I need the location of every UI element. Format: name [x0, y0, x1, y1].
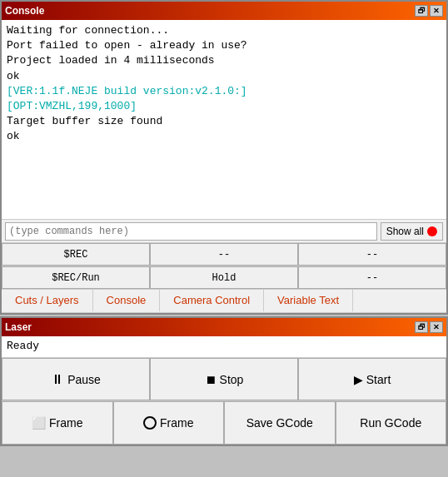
save-gcode-button[interactable]: Save GCode	[224, 401, 336, 445]
rec-run-button-row: $REC/Run Hold --	[2, 266, 446, 290]
rec-dash1-button[interactable]: --	[150, 243, 298, 266]
console-title: Console	[5, 5, 44, 17]
frame1-icon	[32, 416, 46, 430]
laser-secondary-button-row: Frame Frame Save GCode Run GCode	[2, 401, 446, 445]
run-gcode-button[interactable]: Run GCode	[336, 401, 447, 445]
pause-button[interactable]: Pause	[2, 358, 150, 400]
console-line-8: ok	[7, 129, 441, 144]
command-input-row: Show all	[2, 220, 446, 243]
laser-title-controls: 🗗 ✕	[415, 321, 443, 333]
rec-dash2-button[interactable]: --	[298, 243, 446, 266]
console-line-1: Waiting for connection...	[7, 23, 441, 38]
console-line-2: Port failed to open - already in use?	[7, 38, 441, 53]
laser-close-button[interactable]: ✕	[430, 321, 443, 333]
stop-icon	[205, 373, 217, 386]
console-line-6: [OPT:VMZHL,199,1000]	[7, 99, 441, 114]
frame2-button[interactable]: Frame	[113, 401, 225, 445]
console-line-4: ok	[7, 69, 441, 84]
command-input[interactable]	[5, 222, 377, 241]
laser-title: Laser	[5, 321, 32, 333]
rec-button-row: $REC -- --	[2, 243, 446, 266]
laser-title-bar: Laser 🗗 ✕	[2, 318, 446, 336]
laser-main-button-row: Pause Stop Start	[2, 358, 446, 401]
frame1-button[interactable]: Frame	[2, 401, 113, 445]
start-button[interactable]: Start	[298, 358, 446, 400]
console-minimize-button[interactable]: 🗗	[415, 5, 428, 17]
stop-button[interactable]: Stop	[150, 358, 298, 400]
console-line-3: Project loaded in 4 milliseconds	[7, 53, 441, 68]
tab-variable-text[interactable]: Variable Text	[264, 290, 353, 312]
hold-button[interactable]: Hold	[150, 266, 298, 289]
laser-status: Ready	[2, 336, 446, 358]
record-indicator	[427, 226, 437, 236]
frame2-icon	[143, 416, 157, 430]
show-all-label: Show all	[386, 226, 424, 237]
console-title-bar: Console 🗗 ✕	[2, 2, 446, 20]
laser-window: Laser 🗗 ✕ Ready Pause Stop Start Frame F…	[0, 316, 448, 446]
pause-icon	[51, 372, 64, 387]
tabs-row: Cuts / Layers Console Camera Control Var…	[2, 290, 446, 313]
console-line-5: [VER:1.1f.NEJE build version:v2.1.0:]	[7, 84, 441, 99]
console-window: Console 🗗 ✕ Waiting for connection... Po…	[0, 0, 448, 315]
tab-console[interactable]: Console	[93, 290, 161, 312]
rec-button[interactable]: $REC	[2, 243, 150, 266]
console-output: Waiting for connection... Port failed to…	[2, 20, 446, 220]
laser-minimize-button[interactable]: 🗗	[415, 321, 428, 333]
rec-run-button[interactable]: $REC/Run	[2, 266, 150, 289]
console-title-controls: 🗗 ✕	[415, 5, 443, 17]
console-close-button[interactable]: ✕	[430, 5, 443, 17]
run-dash-button[interactable]: --	[298, 266, 446, 289]
tab-camera-control[interactable]: Camera Control	[160, 290, 264, 312]
console-line-7: Target buffer size found	[7, 114, 441, 129]
tab-cuts-layers[interactable]: Cuts / Layers	[2, 290, 93, 312]
start-icon	[354, 373, 363, 386]
show-all-button[interactable]: Show all	[381, 222, 443, 241]
